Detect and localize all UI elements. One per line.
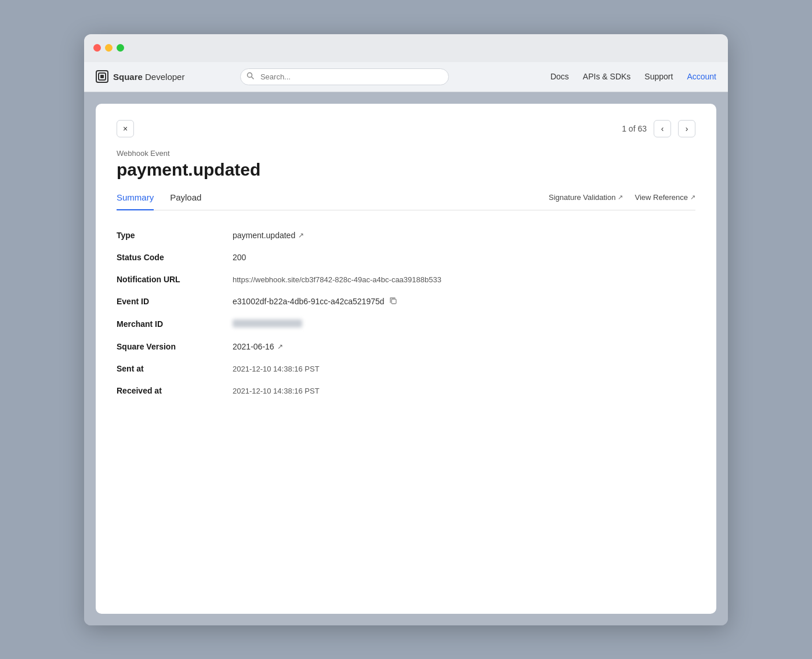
minimize-traffic-light[interactable]	[105, 44, 113, 52]
search-icon	[246, 72, 254, 81]
pagination-label: 1 of 63	[622, 124, 647, 133]
svg-line-3	[251, 77, 253, 79]
pagination-controls: 1 of 63 ‹ ›	[622, 120, 695, 137]
search-input[interactable]	[240, 68, 449, 85]
traffic-lights	[93, 44, 124, 52]
value-notification-url: https://webhook.site/cb3f7842-828c-49ac-…	[233, 275, 441, 284]
nav-support[interactable]: Support	[644, 72, 673, 81]
table-row-status-code: Status Code 200	[117, 246, 695, 268]
search-bar	[240, 68, 449, 85]
detail-table: Type payment.updated ↗ Status Code 200	[117, 224, 695, 402]
label-received-at: Received at	[117, 380, 233, 402]
close-button[interactable]: ×	[117, 120, 134, 137]
square-logo-icon	[96, 70, 108, 83]
webhook-event-label: Webhook Event	[117, 149, 695, 158]
copy-event-id-icon[interactable]	[389, 297, 397, 307]
webhook-event-title: payment.updated	[117, 160, 695, 180]
nav-docs[interactable]: Docs	[550, 72, 569, 81]
view-reference-link[interactable]: View Reference ↗	[635, 193, 695, 202]
view-reference-icon: ↗	[690, 194, 695, 201]
tab-payload[interactable]: Payload	[170, 192, 201, 210]
tab-summary[interactable]: Summary	[117, 192, 154, 210]
logo-area[interactable]: Square Developer	[96, 70, 184, 83]
nav-apis-sdks[interactable]: APIs & SDKs	[583, 72, 630, 81]
nav-links: Docs APIs & SDKs Support Account	[550, 72, 716, 81]
table-row-merchant-id: Merchant ID	[117, 313, 695, 336]
tab-actions: Signature Validation ↗ View Reference ↗	[549, 193, 695, 209]
modal-header-row: × 1 of 63 ‹ ›	[117, 120, 695, 137]
browser-chrome: Square Developer Docs APIs & SDKs Suppor…	[84, 62, 728, 92]
table-row-notification-url: Notification URL https://webhook.site/cb…	[117, 268, 695, 290]
nav-account[interactable]: Account	[687, 72, 716, 81]
table-row-sent-at: Sent at 2021-12-10 14:38:16 PST	[117, 358, 695, 380]
table-row-event-id: Event ID e31002df-b22a-4db6-91cc-a42ca52…	[117, 290, 695, 313]
table-row-square-version: Square Version 2021-06-16 ↗	[117, 336, 695, 358]
signature-validation-label: Signature Validation	[549, 193, 615, 202]
value-received-at: 2021-12-10 14:38:16 PST	[233, 387, 320, 395]
label-type: Type	[117, 224, 233, 246]
value-sent-at: 2021-12-10 14:38:16 PST	[233, 365, 320, 373]
browser-window: Square Developer Docs APIs & SDKs Suppor…	[84, 34, 728, 625]
value-status-code: 200	[233, 246, 695, 268]
signature-validation-link[interactable]: Signature Validation ↗	[549, 193, 623, 202]
maximize-traffic-light[interactable]	[117, 44, 124, 52]
table-row-received-at: Received at 2021-12-10 14:38:16 PST	[117, 380, 695, 402]
title-bar	[84, 34, 728, 62]
value-merchant-id-blurred	[233, 319, 302, 327]
view-reference-label: View Reference	[635, 193, 688, 202]
table-row-type: Type payment.updated ↗	[117, 224, 695, 246]
svg-rect-4	[392, 299, 396, 304]
pagination-prev-button[interactable]: ‹	[654, 120, 671, 137]
svg-rect-1	[100, 75, 104, 78]
event-id-row: e31002df-b22a-4db6-91cc-a42ca521975d	[233, 297, 695, 307]
label-sent-at: Sent at	[117, 358, 233, 380]
type-value: payment.updated ↗	[233, 231, 695, 240]
tabs-row: Summary Payload Signature Validation ↗ V…	[117, 192, 695, 210]
label-merchant-id: Merchant ID	[117, 313, 233, 336]
label-status-code: Status Code	[117, 246, 233, 268]
tabs: Summary Payload	[117, 192, 201, 210]
modal-card: × 1 of 63 ‹ › Webhook Event payment.upda…	[96, 104, 716, 614]
pagination-next-button[interactable]: ›	[678, 120, 695, 137]
label-notification-url: Notification URL	[117, 268, 233, 290]
close-traffic-light[interactable]	[93, 44, 101, 52]
value-square-version: 2021-06-16 ↗	[233, 342, 695, 351]
type-link-icon: ↗	[298, 231, 304, 239]
version-link-icon: ↗	[277, 343, 283, 351]
signature-validation-icon: ↗	[618, 194, 623, 201]
label-event-id: Event ID	[117, 290, 233, 313]
value-event-id: e31002df-b22a-4db6-91cc-a42ca521975d	[233, 297, 385, 306]
logo-text: Square Developer	[113, 72, 184, 82]
browser-content: × 1 of 63 ‹ › Webhook Event payment.upda…	[84, 92, 728, 625]
label-square-version: Square Version	[117, 336, 233, 358]
